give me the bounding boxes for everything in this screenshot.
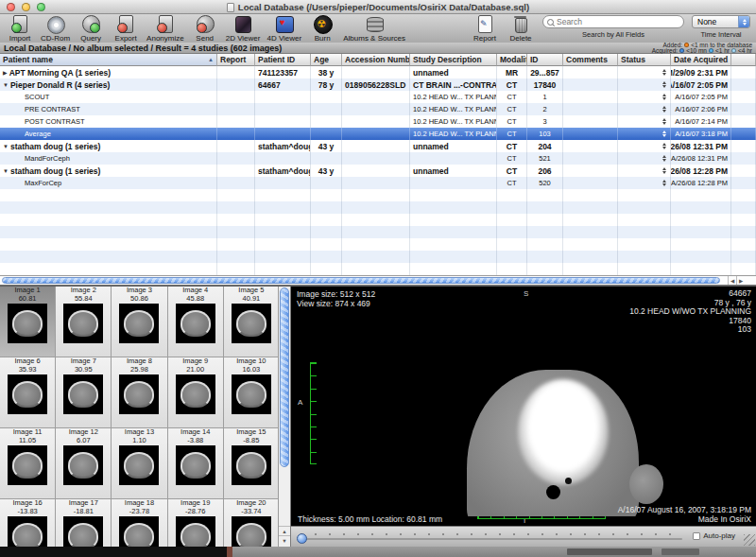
thumbnail[interactable]: Image 921.00 <box>168 357 223 427</box>
table-cell: A/16/07 2:05 PM <box>671 78 731 91</box>
column-header-report[interactable]: Report <box>217 54 255 66</box>
toolbar-export-button[interactable]: Export <box>112 15 140 43</box>
thumbnail[interactable]: Image 131.10 <box>112 428 166 498</box>
column-header-accession[interactable]: Accession Number <box>342 54 410 66</box>
column-header-id[interactable]: ID <box>527 54 563 66</box>
table-cell <box>217 78 255 91</box>
status-stepper-icon[interactable] <box>662 69 667 76</box>
thumbnail[interactable]: Image 16-13.83 <box>0 499 55 547</box>
table-cell <box>563 214 618 226</box>
column-header-date-acquired[interactable]: Date Acquired <box>671 54 731 66</box>
minimize-button[interactable] <box>22 3 30 11</box>
column-header-comments[interactable]: Comments <box>563 54 618 66</box>
image-slider[interactable] <box>301 538 682 540</box>
thumbnail[interactable]: Image 19-28.76 <box>168 499 223 547</box>
table-cell <box>731 214 756 226</box>
expander-icon[interactable]: ▼ <box>3 82 9 88</box>
thumbnail[interactable]: Image 540.91 <box>224 287 279 357</box>
table-row[interactable]: ▼Pieper Donald R (4 series)6466778 y0189… <box>0 78 756 91</box>
toolbar-cdrom-button[interactable]: CD-Rom <box>41 15 70 43</box>
thumbnail[interactable]: Image 15-8.85 <box>224 428 279 498</box>
scrollbar-thumb[interactable] <box>280 287 289 467</box>
table-cell <box>342 103 410 115</box>
time-interval-popup[interactable]: None <box>692 15 750 28</box>
toolbar-burn-button[interactable]: Burn <box>308 15 336 43</box>
resize-grip[interactable] <box>744 534 755 546</box>
toolbar-viewer4d-button[interactable]: 4D Viewer <box>266 15 301 43</box>
column-header-age[interactable]: Age <box>311 54 342 66</box>
thumbnail[interactable]: Image 126.07 <box>56 428 111 498</box>
status-stepper-icon[interactable] <box>662 180 667 186</box>
thumbnail[interactable]: Image 255.84 <box>56 287 111 357</box>
table-row[interactable]: MandForCephCT521A/26/08 12:31 PM <box>0 152 756 165</box>
table-row[interactable]: ▼statham doug (1 series)statham^doug43 y… <box>0 165 756 177</box>
overlay-study-info: 64667 78 y , 76 y 10.2 HEAD W/WO TX PLAN… <box>629 289 751 335</box>
table-empty-row <box>0 201 756 214</box>
search-input[interactable] <box>557 17 679 26</box>
toolbar-query-button[interactable]: Query <box>77 15 105 43</box>
viewer-canvas[interactable]: Image size: 512 x 512 View size: 874 x 4… <box>291 287 756 526</box>
table-row[interactable]: PRE CONTRAST10.2 HEAD W... TX PLANNINGCT… <box>0 103 756 115</box>
table-row[interactable]: ▶APT Morning QA (1 series)74112335738 yu… <box>0 66 756 78</box>
column-header-patient-name[interactable]: Patient name ▲ <box>0 54 217 66</box>
status-stepper-icon[interactable] <box>662 143 667 149</box>
table-row[interactable]: POST CONTRAST10.2 HEAD W... TX PLANNINGC… <box>0 115 756 128</box>
thumbnail[interactable]: Image 350.86 <box>112 287 166 357</box>
scrollbar-thumb[interactable] <box>2 277 720 284</box>
toolbar-viewer2d-button[interactable]: 2D Viewer <box>226 15 261 43</box>
thumbnail[interactable]: Image 1111.05 <box>0 428 55 498</box>
column-header-patient-id[interactable]: Patient ID <box>255 54 311 66</box>
thumbnail[interactable]: Image 1016.03 <box>224 357 279 427</box>
search-field[interactable] <box>542 15 684 28</box>
status-stepper-icon[interactable] <box>662 155 667 162</box>
table-cell: 0189056228SLD <box>342 78 410 91</box>
table-cell <box>563 128 618 140</box>
thumbnail[interactable]: Image 18-23.78 <box>112 499 166 547</box>
column-header-study-description[interactable]: Study Description <box>410 54 497 66</box>
thumbnail[interactable]: Image 14-3.88 <box>168 428 223 498</box>
scroll-left-button[interactable]: ◀ <box>728 276 736 285</box>
scroll-up-button[interactable]: ▲ <box>279 526 290 535</box>
column-header-modality[interactable]: Modality <box>497 54 527 66</box>
zoom-button[interactable] <box>37 3 45 11</box>
thumbnail[interactable]: Image 20-33.74 <box>224 499 279 547</box>
column-header-status[interactable]: Status <box>618 54 671 66</box>
background-window-dark <box>0 547 227 557</box>
thumbnail[interactable]: Image 635.93 <box>0 357 55 427</box>
report-button[interactable]: Report <box>471 15 499 43</box>
table-cell <box>0 251 217 263</box>
status-stepper-icon[interactable] <box>662 131 667 137</box>
status-stepper-icon[interactable] <box>662 94 667 100</box>
expander-icon[interactable]: ▶ <box>3 69 8 76</box>
table-cell <box>311 189 342 201</box>
thumbnail[interactable]: Image 445.88 <box>168 287 223 357</box>
status-stepper-icon[interactable] <box>662 167 667 174</box>
expander-icon[interactable]: ▼ <box>3 168 9 174</box>
scroll-down-button[interactable]: ▼ <box>279 535 290 545</box>
autoplay-checkbox[interactable] <box>693 532 700 540</box>
delete-button[interactable]: Delete <box>507 15 535 43</box>
table-row[interactable]: MaxForCepCT520A/26/08 12:28 PM <box>0 177 756 189</box>
table-row[interactable]: Average10.2 HEAD W... TX PLANNINGCT103A/… <box>0 128 756 140</box>
toolbar-albums-button[interactable]: Albums & Sources <box>343 15 405 43</box>
thumbnail[interactable]: Image 160.81 <box>0 287 55 357</box>
table-horizontal-scrollbar[interactable]: ◀ ▶ <box>0 275 756 286</box>
expander-icon[interactable]: ▼ <box>3 144 9 149</box>
close-button[interactable] <box>7 3 15 11</box>
toolbar-send-button[interactable]: Send <box>191 15 219 43</box>
thumbnail-vertical-scrollbar[interactable]: ▲ ▼ <box>278 287 290 547</box>
status-stepper-icon[interactable] <box>662 118 667 125</box>
thumbnail[interactable]: Image 730.95 <box>56 357 111 427</box>
table-row[interactable]: ▼statham doug (1 series)statham^doug43 y… <box>0 140 756 152</box>
toolbar-import-button[interactable]: Import <box>6 15 34 43</box>
scroll-right-button[interactable]: ▶ <box>736 276 745 285</box>
toolbar-anonymize-button[interactable]: Anonymize <box>146 15 184 43</box>
status-stepper-icon[interactable] <box>662 106 667 113</box>
table-cell <box>731 177 756 189</box>
brain-shape <box>12 523 43 547</box>
table-row[interactable]: SCOUT10.2 HEAD W... TX PLANNINGCT1A/16/0… <box>0 91 756 103</box>
thumbnail[interactable]: Image 825.98 <box>112 357 166 427</box>
image-slider-thumb[interactable] <box>297 533 307 544</box>
thumbnail[interactable]: Image 17-18.81 <box>56 499 111 547</box>
status-stepper-icon[interactable] <box>662 81 667 88</box>
